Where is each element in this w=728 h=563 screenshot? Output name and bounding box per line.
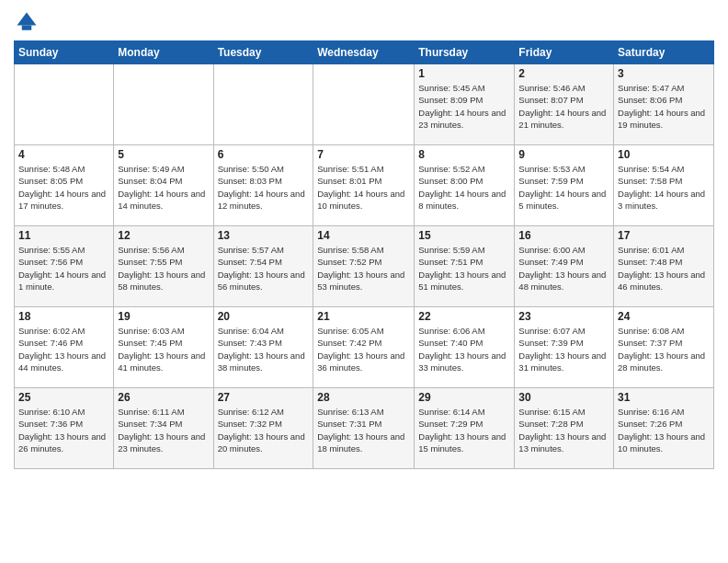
week-row: 25Sunrise: 6:10 AM Sunset: 7:36 PM Dayli… <box>15 388 714 469</box>
day-info: Sunrise: 5:57 AM Sunset: 7:54 PM Dayligh… <box>218 244 310 293</box>
calendar-cell: 22Sunrise: 6:06 AM Sunset: 7:40 PM Dayli… <box>415 307 515 388</box>
calendar: SundayMondayTuesdayWednesdayThursdayFrid… <box>14 40 714 469</box>
day-number: 17 <box>618 229 710 242</box>
day-info: Sunrise: 6:02 AM Sunset: 7:46 PM Dayligh… <box>18 325 109 373</box>
day-info: Sunrise: 5:54 AM Sunset: 7:58 PM Dayligh… <box>618 163 710 212</box>
day-number: 5 <box>118 148 209 161</box>
calendar-cell: 26Sunrise: 6:11 AM Sunset: 7:34 PM Dayli… <box>114 388 213 469</box>
day-info: Sunrise: 5:53 AM Sunset: 7:59 PM Dayligh… <box>518 163 609 212</box>
day-number: 27 <box>218 391 310 404</box>
day-number: 30 <box>518 391 609 404</box>
day-number: 26 <box>118 391 209 404</box>
calendar-cell: 18Sunrise: 6:02 AM Sunset: 7:46 PM Dayli… <box>15 307 114 388</box>
day-number: 28 <box>317 391 410 404</box>
week-row: 1Sunrise: 5:45 AM Sunset: 8:09 PM Daylig… <box>15 64 714 145</box>
calendar-cell: 30Sunrise: 6:15 AM Sunset: 7:28 PM Dayli… <box>515 388 614 469</box>
calendar-cell: 10Sunrise: 5:54 AM Sunset: 7:58 PM Dayli… <box>614 145 714 226</box>
calendar-cell: 31Sunrise: 6:16 AM Sunset: 7:26 PM Dayli… <box>614 388 714 469</box>
day-info: Sunrise: 6:08 AM Sunset: 7:37 PM Dayligh… <box>618 325 710 373</box>
calendar-cell: 23Sunrise: 6:07 AM Sunset: 7:39 PM Dayli… <box>515 307 614 388</box>
calendar-cell: 5Sunrise: 5:49 AM Sunset: 8:04 PM Daylig… <box>114 145 213 226</box>
header <box>14 9 714 35</box>
calendar-cell <box>213 64 313 145</box>
day-info: Sunrise: 6:12 AM Sunset: 7:32 PM Dayligh… <box>218 406 310 454</box>
day-info: Sunrise: 5:46 AM Sunset: 8:07 PM Dayligh… <box>518 82 609 131</box>
calendar-cell: 11Sunrise: 5:55 AM Sunset: 7:56 PM Dayli… <box>15 226 114 307</box>
day-info: Sunrise: 6:06 AM Sunset: 7:40 PM Dayligh… <box>418 325 510 373</box>
day-info: Sunrise: 6:11 AM Sunset: 7:34 PM Dayligh… <box>118 406 209 454</box>
day-header-thursday: Thursday <box>415 41 515 64</box>
day-number: 24 <box>618 310 710 323</box>
calendar-cell: 4Sunrise: 5:48 AM Sunset: 8:05 PM Daylig… <box>15 145 114 226</box>
day-info: Sunrise: 6:07 AM Sunset: 7:39 PM Dayligh… <box>518 325 609 373</box>
day-info: Sunrise: 6:01 AM Sunset: 7:48 PM Dayligh… <box>618 244 710 293</box>
day-number: 16 <box>518 229 609 242</box>
day-header-wednesday: Wednesday <box>313 41 415 64</box>
header-row: SundayMondayTuesdayWednesdayThursdayFrid… <box>15 41 714 64</box>
page: SundayMondayTuesdayWednesdayThursdayFrid… <box>0 0 728 478</box>
svg-marker-0 <box>17 13 37 26</box>
calendar-cell: 1Sunrise: 5:45 AM Sunset: 8:09 PM Daylig… <box>415 64 515 145</box>
calendar-cell <box>114 64 213 145</box>
week-row: 11Sunrise: 5:55 AM Sunset: 7:56 PM Dayli… <box>15 226 714 307</box>
day-header-friday: Friday <box>515 41 614 64</box>
calendar-cell: 25Sunrise: 6:10 AM Sunset: 7:36 PM Dayli… <box>15 388 114 469</box>
day-number: 13 <box>218 229 310 242</box>
day-info: Sunrise: 5:48 AM Sunset: 8:05 PM Dayligh… <box>18 163 109 212</box>
day-info: Sunrise: 6:13 AM Sunset: 7:31 PM Dayligh… <box>317 406 410 454</box>
day-number: 15 <box>418 229 510 242</box>
svg-rect-1 <box>22 26 32 30</box>
day-number: 12 <box>118 229 209 242</box>
day-header-saturday: Saturday <box>614 41 714 64</box>
calendar-cell: 21Sunrise: 6:05 AM Sunset: 7:42 PM Dayli… <box>313 307 415 388</box>
day-number: 22 <box>418 310 510 323</box>
calendar-cell: 3Sunrise: 5:47 AM Sunset: 8:06 PM Daylig… <box>614 64 714 145</box>
day-info: Sunrise: 5:51 AM Sunset: 8:01 PM Dayligh… <box>317 163 410 212</box>
day-info: Sunrise: 6:00 AM Sunset: 7:49 PM Dayligh… <box>518 244 609 293</box>
calendar-cell: 28Sunrise: 6:13 AM Sunset: 7:31 PM Dayli… <box>313 388 415 469</box>
calendar-cell: 24Sunrise: 6:08 AM Sunset: 7:37 PM Dayli… <box>614 307 714 388</box>
day-number: 11 <box>18 229 109 242</box>
day-number: 10 <box>618 148 710 161</box>
calendar-cell: 13Sunrise: 5:57 AM Sunset: 7:54 PM Dayli… <box>213 226 313 307</box>
day-number: 29 <box>418 391 510 404</box>
day-number: 9 <box>518 148 609 161</box>
day-info: Sunrise: 5:50 AM Sunset: 8:03 PM Dayligh… <box>218 163 310 212</box>
day-info: Sunrise: 6:16 AM Sunset: 7:26 PM Dayligh… <box>618 406 710 454</box>
day-info: Sunrise: 6:10 AM Sunset: 7:36 PM Dayligh… <box>18 406 109 454</box>
day-number: 23 <box>518 310 609 323</box>
day-number: 1 <box>418 67 510 80</box>
calendar-cell <box>15 64 114 145</box>
calendar-cell: 9Sunrise: 5:53 AM Sunset: 7:59 PM Daylig… <box>515 145 614 226</box>
logo <box>14 9 43 35</box>
day-number: 20 <box>218 310 310 323</box>
day-number: 31 <box>618 391 710 404</box>
calendar-cell: 2Sunrise: 5:46 AM Sunset: 8:07 PM Daylig… <box>515 64 614 145</box>
logo-icon <box>14 9 40 35</box>
calendar-cell: 16Sunrise: 6:00 AM Sunset: 7:49 PM Dayli… <box>515 226 614 307</box>
day-info: Sunrise: 6:03 AM Sunset: 7:45 PM Dayligh… <box>118 325 209 373</box>
calendar-cell: 29Sunrise: 6:14 AM Sunset: 7:29 PM Dayli… <box>415 388 515 469</box>
week-row: 4Sunrise: 5:48 AM Sunset: 8:05 PM Daylig… <box>15 145 714 226</box>
calendar-cell: 20Sunrise: 6:04 AM Sunset: 7:43 PM Dayli… <box>213 307 313 388</box>
day-info: Sunrise: 6:15 AM Sunset: 7:28 PM Dayligh… <box>518 406 609 454</box>
day-info: Sunrise: 5:58 AM Sunset: 7:52 PM Dayligh… <box>317 244 410 293</box>
day-info: Sunrise: 5:47 AM Sunset: 8:06 PM Dayligh… <box>618 82 710 131</box>
day-number: 25 <box>18 391 109 404</box>
day-info: Sunrise: 5:56 AM Sunset: 7:55 PM Dayligh… <box>118 244 209 293</box>
day-number: 8 <box>418 148 510 161</box>
day-number: 19 <box>118 310 209 323</box>
calendar-cell: 14Sunrise: 5:58 AM Sunset: 7:52 PM Dayli… <box>313 226 415 307</box>
day-header-monday: Monday <box>114 41 213 64</box>
day-number: 2 <box>518 67 609 80</box>
calendar-cell: 8Sunrise: 5:52 AM Sunset: 8:00 PM Daylig… <box>415 145 515 226</box>
calendar-cell <box>313 64 415 145</box>
day-number: 3 <box>618 67 710 80</box>
day-number: 4 <box>18 148 109 161</box>
day-header-sunday: Sunday <box>15 41 114 64</box>
day-number: 7 <box>317 148 410 161</box>
week-row: 18Sunrise: 6:02 AM Sunset: 7:46 PM Dayli… <box>15 307 714 388</box>
day-info: Sunrise: 6:04 AM Sunset: 7:43 PM Dayligh… <box>218 325 310 373</box>
day-header-tuesday: Tuesday <box>213 41 313 64</box>
day-info: Sunrise: 5:45 AM Sunset: 8:09 PM Dayligh… <box>418 82 510 131</box>
